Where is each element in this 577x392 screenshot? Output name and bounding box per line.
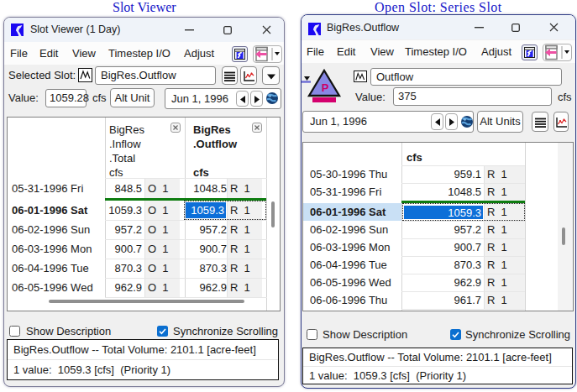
- svg-text:P: P: [322, 81, 329, 94]
